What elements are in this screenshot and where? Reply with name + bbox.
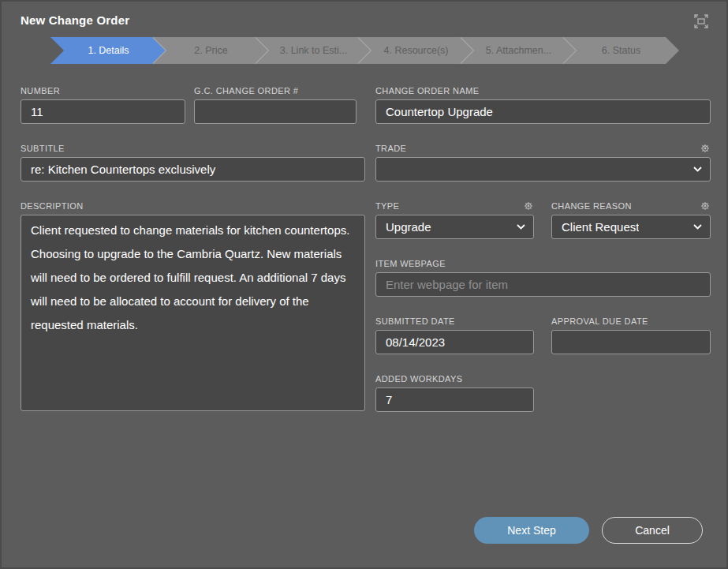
subtitle-input[interactable]: [21, 157, 365, 182]
step-label: 3. Link to Esti...: [280, 45, 347, 56]
step-link-to-estimate[interactable]: 3. Link to Esti...: [256, 37, 371, 64]
number-row: NUMBER G.C. CHANGE ORDER #: [21, 85, 365, 124]
step-label: 5. Attachmen...: [486, 45, 551, 56]
subtitle-group: SUBTITLE: [21, 143, 365, 182]
gear-icon[interactable]: [700, 143, 711, 154]
change-order-name-input[interactable]: [375, 99, 711, 124]
expand-button[interactable]: [692, 12, 711, 31]
step-price[interactable]: 2. Price: [153, 37, 269, 64]
gc-change-order-group: G.C. CHANGE ORDER #: [194, 85, 357, 124]
type-select-value: Upgrade: [386, 220, 431, 234]
step-resources[interactable]: 4. Resource(s): [358, 37, 474, 64]
new-change-order-dialog: New Change Order 1. Details 2. Price 3. …: [0, 0, 728, 569]
change-reason-group: CHANGE REASON Client Request: [551, 200, 711, 239]
change-reason-select-value: Client Request: [562, 220, 639, 234]
item-webpage-label: ITEM WEBPAGE: [375, 259, 446, 268]
trade-label: TRADE: [375, 144, 406, 153]
number-input[interactable]: [21, 99, 185, 124]
item-webpage-input[interactable]: [375, 272, 711, 297]
dialog-header: New Change Order: [2, 2, 726, 27]
step-label: 1. Details: [88, 45, 129, 56]
description-textarea[interactable]: Client requested to change materials for…: [21, 215, 365, 411]
gc-change-order-input[interactable]: [194, 99, 357, 124]
approval-due-date-group: APPROVAL DUE DATE: [551, 316, 711, 354]
gear-icon[interactable]: [523, 200, 534, 212]
added-workdays-label: ADDED WORKDAYS: [375, 374, 463, 384]
next-step-button[interactable]: Next Step: [474, 517, 589, 544]
chevron-down-icon: [693, 167, 702, 172]
type-select[interactable]: Upgrade: [375, 215, 534, 239]
change-order-name-label: CHANGE ORDER NAME: [375, 86, 479, 95]
trade-group: TRADE: [375, 143, 711, 182]
trade-select[interactable]: [375, 157, 711, 182]
step-attachments[interactable]: 5. Attachmen...: [461, 37, 577, 64]
description-group: DESCRIPTION Client requested to change m…: [21, 200, 365, 414]
chevron-down-icon: [517, 224, 525, 230]
type-label: TYPE: [375, 201, 399, 211]
step-label: 2. Price: [194, 45, 227, 56]
change-order-name-group: CHANGE ORDER NAME: [375, 85, 711, 124]
description-label: DESCRIPTION: [21, 201, 84, 211]
change-reason-select[interactable]: Client Request: [551, 215, 711, 239]
type-group: TYPE Upgrade: [375, 200, 534, 239]
dialog-title: New Change Order: [21, 13, 707, 27]
dialog-footer: Next Step Cancel: [474, 517, 703, 544]
gc-change-order-label: G.C. CHANGE ORDER #: [194, 86, 298, 95]
added-workdays-input[interactable]: [375, 387, 534, 412]
cancel-button[interactable]: Cancel: [602, 517, 703, 544]
approval-due-date-label: APPROVAL DUE DATE: [551, 316, 648, 326]
chevron-down-icon: [693, 224, 702, 230]
submitted-date-group: SUBMITTED DATE: [375, 316, 534, 354]
form-left-column: NUMBER G.C. CHANGE ORDER # SUBTITLE: [21, 85, 365, 433]
gear-icon[interactable]: [700, 200, 711, 212]
wizard-stepper: 1. Details 2. Price 3. Link to Esti... 4…: [50, 37, 680, 64]
step-details[interactable]: 1. Details: [50, 37, 166, 64]
step-label: 4. Resource(s): [384, 45, 449, 56]
number-label: NUMBER: [21, 86, 60, 95]
submitted-date-input[interactable]: [375, 330, 534, 354]
dates-row: SUBMITTED DATE APPROVAL DUE DATE: [375, 316, 711, 354]
step-label: 6. Status: [602, 45, 640, 56]
subtitle-label: SUBTITLE: [21, 144, 65, 153]
type-reason-row: TYPE Upgrade CHANGE REASON: [375, 200, 711, 239]
change-reason-label: CHANGE REASON: [551, 201, 632, 211]
form-right-column: CHANGE ORDER NAME TRADE: [375, 85, 711, 433]
approval-due-date-input[interactable]: [551, 330, 711, 354]
added-workdays-group: ADDED WORKDAYS: [375, 373, 534, 412]
item-webpage-group: ITEM WEBPAGE: [375, 258, 711, 297]
step-status[interactable]: 6. Status: [563, 37, 679, 64]
number-group: NUMBER: [21, 85, 185, 124]
submitted-date-label: SUBMITTED DATE: [375, 316, 455, 326]
form-body: NUMBER G.C. CHANGE ORDER # SUBTITLE: [2, 64, 726, 433]
expand-icon: [692, 12, 711, 31]
